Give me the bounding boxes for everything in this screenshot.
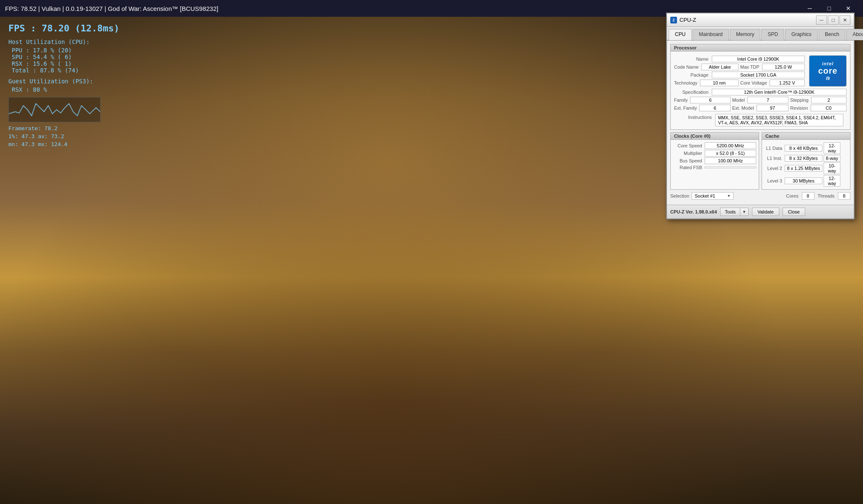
name-value: Intel Core i9 12900K — [712, 56, 805, 62]
model-label: Model — [732, 98, 747, 103]
l1-inst-label: L1 Inst. — [765, 156, 785, 161]
guest-utilization-title: Guest Utilization (PS3): — [8, 78, 119, 85]
tab-memory[interactable]: Memory — [730, 29, 760, 40]
package-label: Package — [674, 72, 712, 77]
tab-spd[interactable]: SPD — [761, 29, 784, 40]
instructions-value: MMX, SSE, SSE2, SSE3, SSSE3, SSE4.1, SSE… — [715, 114, 843, 126]
ext-model-label: Ext. Model — [732, 105, 757, 111]
i9-text: i9 — [826, 76, 829, 81]
cpuz-tab-bar: CPU Mainboard Memory SPD Graphics Bench … — [667, 27, 854, 41]
codename-value: Alder Lake — [701, 64, 739, 70]
cpuz-app-icon: Z — [670, 17, 677, 23]
level2-label: Level 2 — [765, 166, 785, 171]
maxtdp-label: Max TDP — [740, 64, 762, 69]
intel-text: intel — [822, 61, 834, 66]
clocks-panel-title: Clocks (Core #0) — [671, 133, 759, 140]
cpuz-titlebar: Z CPU-Z ─ □ ✕ — [667, 13, 854, 27]
fps-chart — [8, 97, 101, 122]
instructions-row: Instructions MMX, SSE, SSE2, SSE3, SSSE3… — [674, 113, 847, 128]
l1-data-value: 8 x 48 KBytes — [785, 145, 822, 152]
name-row: Name Intel Core i9 12900K Code Name Alde… — [674, 54, 847, 87]
bus-speed-row: Bus Speed 100.00 MHz — [673, 157, 756, 164]
rated-fsb-row: Rated FSB — [673, 165, 756, 170]
level2-way: 10-way — [824, 162, 840, 174]
cpuz-content: Processor Name Intel Core i9 12900K Code… — [667, 41, 854, 205]
footer-close-button[interactable]: Close — [783, 208, 805, 216]
bus-speed-value: 100.00 MHz — [705, 157, 756, 164]
l1-data-row: L1 Data 8 x 48 KBytes 12-way — [765, 142, 847, 154]
cpuz-icon-text: Z — [672, 18, 675, 22]
tools-dropdown-arrow[interactable]: ▼ — [740, 208, 749, 216]
spec-label: Specification — [674, 90, 712, 95]
fps-main-value: FPS : 78.20 (12.8ms) — [8, 23, 119, 33]
tab-cpu[interactable]: CPU — [669, 29, 692, 40]
model-value: 7 — [747, 97, 789, 103]
framerate-stat: Framerate: 78.2 — [8, 125, 119, 131]
codename-label: Code Name — [674, 64, 701, 69]
ext-family-label: Ext. Family — [674, 105, 699, 111]
level2-value: 8 x 1.25 MBytes — [785, 165, 822, 172]
game-title: FPS: 78.52 | Vulkan | 0.0.19-13027 | God… — [5, 5, 218, 12]
name-label: Name — [674, 57, 712, 62]
tools-button-group: Tools ▼ — [720, 208, 749, 216]
processor-group-title: Processor — [671, 44, 850, 51]
threads-label: Threads — [818, 193, 835, 198]
cores-threads: Cores 8 Threads 8 — [786, 192, 850, 200]
tech-voltage-row: Technology 10 nm Core Voltage 1.252 V — [674, 80, 805, 86]
cpuz-window: Z CPU-Z ─ □ ✕ CPU Mainboard Memory SPD G… — [666, 13, 855, 219]
clocks-panel-body: Core Speed 5200.00 MHz Multiplier x 52.0… — [671, 140, 759, 172]
level3-row: Level 3 30 MBytes 12-way — [765, 175, 847, 187]
core-speed-value: 5200.00 MHz — [705, 142, 756, 149]
selection-row: Selection Socket #1 ▼ Cores 8 Threads 8 — [670, 192, 850, 200]
rated-fsb-value — [705, 167, 756, 168]
minmax-stat: mn: 47.3 mx: 124.4 — [8, 141, 119, 147]
validate-button[interactable]: Validate — [752, 208, 779, 216]
instructions-label: Instructions — [677, 114, 715, 120]
core-text: CORE — [818, 66, 837, 76]
dropdown-arrow-icon: ▼ — [727, 194, 731, 198]
tab-mainboard[interactable]: Mainboard — [692, 29, 729, 40]
level3-value: 30 MBytes — [785, 177, 822, 184]
intel-logo: intel CORE i9 — [809, 55, 847, 87]
core-speed-row: Core Speed 5200.00 MHz — [673, 142, 756, 149]
codename-tdp-row: Code Name Alder Lake Max TDP 125.0 W — [674, 64, 805, 70]
ppu-row: PPU : 17.8 % (20) — [8, 47, 119, 54]
l1-data-label: L1 Data — [765, 146, 785, 151]
processor-group: Processor Name Intel Core i9 12900K Code… — [670, 44, 850, 130]
selection-label: Selection — [670, 193, 689, 198]
ext-row: Ext. Family 6 Ext. Model 97 Revision C0 — [674, 105, 847, 111]
tab-graphics[interactable]: Graphics — [785, 29, 818, 40]
stepping-value: 2 — [811, 97, 847, 103]
cpuz-title: CPU-Z — [680, 17, 816, 23]
socket-dropdown[interactable]: Socket #1 ▼ — [692, 192, 734, 200]
spu-row: SPU : 54.4 % ( 6) — [8, 54, 119, 60]
percentile-stat: 1%: 47.3 av: 73.2 — [8, 133, 119, 139]
revision-value: C0 — [811, 105, 847, 111]
multiplier-row: Multiplier x 52.0 (8 - 51) — [673, 150, 756, 157]
tools-button[interactable]: Tools — [720, 208, 740, 216]
spec-value: 12th Gen Intel® Core™ i9-12900K — [712, 89, 847, 95]
level3-way: 12-way — [824, 175, 840, 187]
level2-row: Level 2 8 x 1.25 MBytes 10-way — [765, 162, 847, 174]
threads-value: 8 — [838, 192, 850, 200]
cpuz-maximize-button[interactable]: □ — [828, 15, 839, 25]
clocks-panel: Clocks (Core #0) Core Speed 5200.00 MHz … — [670, 132, 759, 190]
tab-about[interactable]: About — [846, 29, 863, 40]
tab-bench[interactable]: Bench — [819, 29, 845, 40]
ext-family-value: 6 — [699, 105, 730, 111]
ext-model-value: 97 — [757, 105, 789, 111]
processor-group-body: Name Intel Core i9 12900K Code Name Alde… — [671, 51, 850, 129]
l1-data-way: 12-way — [824, 142, 840, 154]
stepping-label: Stepping — [790, 98, 811, 103]
name-field-row: Name Intel Core i9 12900K — [674, 56, 805, 62]
cores-value: 8 — [802, 192, 814, 200]
l1-inst-value: 8 x 32 KBytes — [785, 155, 822, 162]
revision-label: Revision — [790, 105, 810, 111]
cache-panel: Cache L1 Data 8 x 48 KBytes 12-way L1 In… — [762, 132, 850, 190]
cpuz-close-button[interactable]: ✕ — [840, 15, 850, 25]
total-row: Total : 87.8 % (74) — [8, 67, 119, 74]
multiplier-value: x 52.0 (8 - 51) — [705, 150, 756, 157]
rsx-row: RSX : 15.6 % ( 1) — [8, 60, 119, 67]
package-row: Package Socket 1700 LGA — [674, 72, 805, 78]
cpuz-minimize-button[interactable]: ─ — [816, 15, 827, 25]
